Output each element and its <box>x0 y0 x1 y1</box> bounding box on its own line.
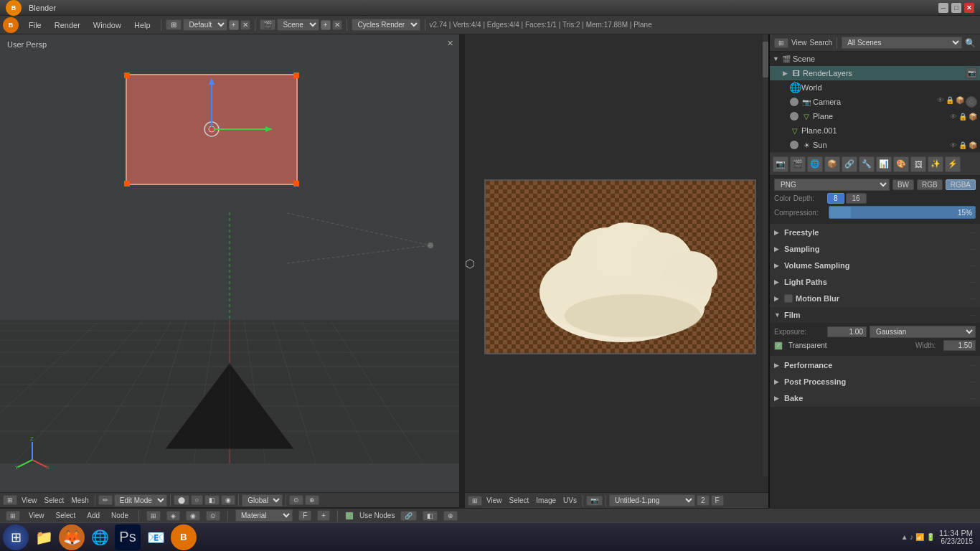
scene-dropdown[interactable]: Scene <box>277 19 319 31</box>
bake-header[interactable]: ▶ Bake ··· <box>770 390 980 406</box>
material-dropdown[interactable]: Material <box>235 509 293 522</box>
tree-item-scene[interactable]: ▼ 🎬 Scene <box>770 52 980 66</box>
sep2 <box>255 19 255 31</box>
taskbar-email[interactable]: 📧 <box>143 524 169 550</box>
menu-window[interactable]: Window <box>88 19 127 31</box>
menu-render[interactable]: Render <box>49 19 86 31</box>
rv-image-menu[interactable]: Image <box>533 496 559 505</box>
menu-file[interactable]: File <box>23 19 47 31</box>
bw-btn[interactable]: BW <box>892 179 914 190</box>
volume-sampling-header[interactable]: ▶ Volume Sampling ··· <box>770 258 980 273</box>
rv-filename[interactable]: Untitled-1.png <box>609 494 695 507</box>
f-slot[interactable]: F <box>298 510 311 521</box>
filter-dropdown[interactable]: Gaussian <box>870 326 976 338</box>
rv-f-btn[interactable]: F <box>711 495 724 506</box>
props-render-icon[interactable]: 📷 <box>773 156 788 172</box>
shading-mat[interactable]: ◉ <box>221 495 235 505</box>
viewport-collapse[interactable]: ✕ <box>447 39 453 48</box>
node-icon2: ◉ <box>186 511 200 521</box>
snap-btn[interactable]: ⊕ <box>305 495 319 505</box>
props-object-icon[interactable]: 📦 <box>824 156 840 172</box>
light-paths-header[interactable]: ▶ Light Paths ··· <box>770 274 980 290</box>
status-view[interactable]: View <box>26 511 47 520</box>
mesh-menu[interactable]: Mesh <box>68 496 91 505</box>
props-particles-icon[interactable]: ✨ <box>928 156 943 172</box>
outliner-search-icon[interactable]: 🔍 <box>965 38 976 48</box>
compression-bar[interactable]: 15% <box>829 206 976 219</box>
props-world-icon[interactable]: 🌐 <box>807 156 823 172</box>
workspace-remove[interactable]: ✕ <box>240 20 250 30</box>
taskbar-photoshop[interactable]: Ps <box>115 524 141 550</box>
shading-wire[interactable]: ○ <box>191 495 203 505</box>
outliner-view-btn[interactable]: View <box>791 39 807 47</box>
add-material[interactable]: + <box>317 510 330 521</box>
props-material-icon[interactable]: 🎨 <box>893 156 909 172</box>
minimize-button[interactable]: ─ <box>938 3 948 13</box>
rv-uvs-menu[interactable]: UVs <box>560 496 580 505</box>
width-input[interactable] <box>943 340 976 351</box>
view-btn-3d[interactable]: ⊞ <box>3 495 17 505</box>
rv-view-menu[interactable]: View <box>484 496 505 505</box>
film-header[interactable]: ▼ Film ··· <box>770 307 980 323</box>
rv-select-menu[interactable]: Select <box>507 496 532 505</box>
rv-slot[interactable]: 2 <box>697 495 710 506</box>
motion-blur-header[interactable]: ▶ Motion Blur ··· <box>770 291 980 306</box>
camera-icon: C <box>966 96 977 108</box>
tree-item-renderlayers[interactable]: ▶ 🎞 RenderLayers 📷 <box>770 66 980 80</box>
transparent-checkbox[interactable]: ✓ <box>774 342 783 350</box>
close-button[interactable]: ✕ <box>964 3 974 13</box>
use-nodes-checkbox[interactable]: ✓ <box>345 512 354 520</box>
mode-dropdown[interactable]: Edit Mode <box>114 494 167 507</box>
tree-item-world[interactable]: 🌐 World <box>770 80 980 95</box>
scene-add[interactable]: + <box>321 20 331 30</box>
menu-help[interactable]: Help <box>128 19 156 31</box>
taskbar-firefox[interactable]: 🦊 <box>59 524 85 550</box>
tree-item-camera[interactable]: 📷 Camera 👁 🔒 📦 C <box>770 95 980 109</box>
rgba-btn[interactable]: RGBA <box>946 179 976 190</box>
exposure-input[interactable] <box>827 326 867 337</box>
taskbar-explorer[interactable]: 📁 <box>31 524 57 550</box>
shading-solid[interactable]: ⬤ <box>174 495 189 505</box>
render-engine-dropdown[interactable]: Cycles Render <box>352 19 420 31</box>
tree-item-sun[interactable]: ☀ Sun 👁 🔒 📦 <box>770 138 980 152</box>
props-data-icon[interactable]: 📊 <box>876 156 892 172</box>
view-menu-3d[interactable]: View <box>19 496 40 505</box>
right-panel: ⊞ View Search All Scenes 🔍 ▼ 🎬 Scene <box>768 34 980 508</box>
props-texture-icon[interactable]: 🖼 <box>910 156 926 172</box>
props-scene-icon[interactable]: 🎬 <box>790 156 806 172</box>
performance-header[interactable]: ▶ Performance ··· <box>770 357 980 373</box>
freestyle-header[interactable]: ▶ Freestyle ··· <box>770 225 980 240</box>
color-depth-8[interactable]: 8 <box>827 193 844 204</box>
tree-item-plane[interactable]: ▽ Plane 👁 🔒 📦 <box>770 109 980 123</box>
status-node[interactable]: Node <box>108 511 131 520</box>
outliner-search-btn[interactable]: Search <box>810 39 833 47</box>
proportional-edit[interactable]: ⊙ <box>289 495 303 505</box>
props-constraints-icon[interactable]: 🔗 <box>842 156 857 172</box>
props-modifier-icon[interactable]: 🔧 <box>859 156 875 172</box>
maximize-button[interactable]: □ <box>951 3 961 13</box>
taskbar-blender[interactable]: B <box>171 524 197 550</box>
sampling-header[interactable]: ▶ Sampling ··· <box>770 241 980 257</box>
workspace-dropdown[interactable]: Default <box>183 19 227 31</box>
outliner-scene-select[interactable]: All Scenes <box>842 37 962 49</box>
shading-tex[interactable]: ◧ <box>204 495 220 505</box>
render-scrollbar-v[interactable] <box>763 34 768 476</box>
tree-item-plane001[interactable]: ▽ Plane.001 <box>770 123 980 138</box>
taskbar-chrome[interactable]: 🌐 <box>87 524 113 550</box>
format-dropdown[interactable]: PNG <box>774 179 890 191</box>
props-physics-icon[interactable]: ⚡ <box>945 156 961 172</box>
color-depth-16[interactable]: 16 <box>846 193 867 204</box>
plane-vis-icons: 👁 🔒 📦 <box>950 113 977 121</box>
sun-vis <box>790 141 798 149</box>
start-button[interactable]: ⊞ <box>3 524 29 550</box>
format-row: PNG BW RGB RGBA <box>774 179 976 191</box>
scene-remove[interactable]: ✕ <box>332 20 342 30</box>
status-add[interactable]: Add <box>84 511 103 520</box>
select-menu-3d[interactable]: Select <box>42 496 67 505</box>
motion-blur-checkbox[interactable] <box>784 294 793 303</box>
post-processing-header[interactable]: ▶ Post Processing ··· <box>770 374 980 390</box>
workspace-add[interactable]: + <box>229 20 239 30</box>
rgb-btn[interactable]: RGB <box>917 179 943 190</box>
global-local-dropdown[interactable]: Global <box>242 494 283 507</box>
status-select[interactable]: Select <box>53 511 79 520</box>
